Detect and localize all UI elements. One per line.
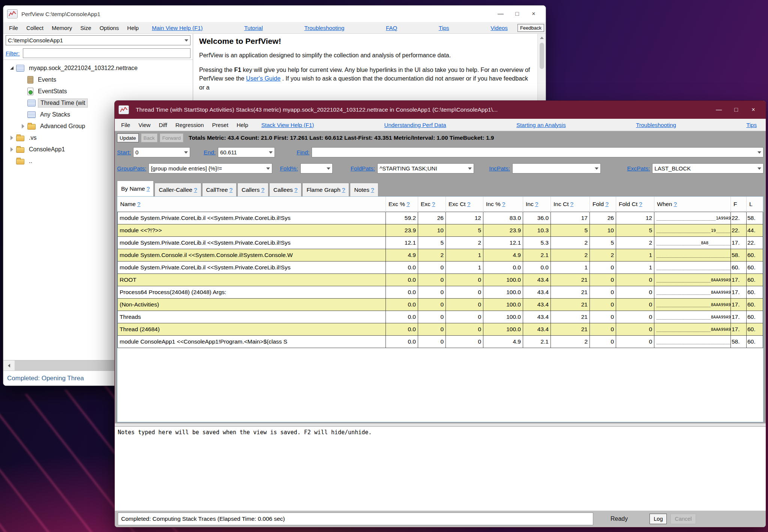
menu-item-size[interactable]: Size — [76, 25, 95, 31]
table-row[interactable]: (Non-Activities)0.000100.043.42100______… — [118, 299, 763, 311]
find-label[interactable]: Find: — [297, 149, 309, 156]
menu-item-preset[interactable]: Preset — [208, 122, 232, 128]
maximize-button[interactable]: □ — [509, 10, 525, 17]
column-header-foldct[interactable]: Fold Ct? — [616, 197, 654, 212]
find-combo[interactable] — [312, 147, 764, 157]
tab-help-link[interactable]: ? — [294, 187, 298, 193]
help-link[interactable]: Videos — [490, 25, 508, 31]
update-button[interactable]: Update — [117, 133, 139, 142]
column-help-link[interactable]: ? — [137, 201, 141, 207]
grouppats-combo[interactable]: [group module entries] {%}!= — [148, 163, 272, 173]
column-header-inc[interactable]: Inc? — [523, 197, 551, 212]
incpats-label[interactable]: IncPats: — [489, 165, 510, 172]
tree-item[interactable]: Events — [3, 74, 193, 85]
column-help-link[interactable]: ? — [432, 201, 435, 207]
table-row[interactable]: module System.Private.CoreLib.il <<Syste… — [118, 212, 763, 224]
tab-notes[interactable]: Notes? — [350, 183, 378, 196]
column-header-name[interactable]: Name? — [118, 197, 386, 212]
menu-item-options[interactable]: Options — [95, 25, 123, 31]
tree-expander-icon[interactable] — [9, 136, 15, 140]
help-link[interactable]: Tutorial — [244, 25, 262, 31]
forward-button[interactable]: Forward — [160, 133, 184, 142]
tab-by-name[interactable]: By Name? — [117, 181, 154, 196]
tab-help-link[interactable]: ? — [342, 187, 345, 193]
column-header-inc[interactable]: Inc %? — [483, 197, 523, 212]
help-link[interactable]: Tips — [439, 25, 449, 31]
help-link[interactable]: Troubleshooting — [636, 122, 676, 128]
column-header-l[interactable]: L — [747, 197, 763, 212]
end-combo[interactable]: 60.611 — [218, 147, 275, 157]
foldpats-label[interactable]: FoldPats: — [351, 165, 375, 172]
scrollbar-thumb[interactable] — [540, 43, 544, 69]
foldpats-combo[interactable]: ^STARTING TASK;UNI — [377, 163, 474, 173]
table-row[interactable]: Thread (24684)0.000100.043.42100________… — [118, 323, 763, 336]
column-header-exc[interactable]: Exc %? — [386, 197, 418, 212]
notes-area[interactable]: Notes typed here will be saved when the … — [115, 427, 766, 511]
column-header-excct[interactable]: Exc Ct? — [446, 197, 483, 212]
minimize-button[interactable]: — — [710, 106, 728, 113]
menu-item-view[interactable]: View — [134, 122, 154, 128]
tree-item[interactable]: EventStats — [3, 85, 193, 97]
scroll-left-icon[interactable] — [3, 360, 15, 371]
menu-item-regression[interactable]: Regression — [171, 122, 208, 128]
start-combo[interactable]: 0 — [133, 147, 190, 157]
tree-expander-icon[interactable] — [20, 124, 26, 129]
tab-flame-graph[interactable]: Flame Graph? — [302, 183, 349, 196]
scroll-up-icon[interactable] — [540, 37, 544, 39]
column-help-link[interactable]: ? — [535, 201, 538, 207]
tree-item[interactable]: myapp.sock_20221024_103122.nettrace — [3, 62, 193, 74]
help-link[interactable]: Troubleshooting — [304, 25, 344, 31]
users-guide-link[interactable]: User's Guide — [246, 75, 280, 82]
filter-input[interactable] — [23, 48, 191, 58]
column-header-fold[interactable]: Fold? — [590, 197, 616, 212]
menu-item-memory[interactable]: Memory — [48, 25, 76, 31]
excpats-combo[interactable]: LAST_BLOCK — [652, 163, 764, 173]
menu-item-collect[interactable]: Collect — [22, 25, 48, 31]
column-help-link[interactable]: ? — [605, 201, 609, 207]
tab-callees[interactable]: Callees? — [269, 183, 302, 196]
table-row[interactable]: module System.Private.CoreLib.il <<Syste… — [118, 237, 763, 249]
close-button[interactable]: × — [525, 10, 542, 17]
menu-item-help[interactable]: Help — [123, 25, 143, 31]
menu-item-help[interactable]: Help — [232, 122, 252, 128]
tab-help-link[interactable]: ? — [230, 187, 233, 193]
column-help-link[interactable]: ? — [639, 201, 642, 207]
tree-expander-icon[interactable] — [9, 147, 15, 152]
log-button[interactable]: Log — [650, 514, 667, 524]
back-button[interactable]: Back — [141, 133, 158, 142]
column-header-incct[interactable]: Inc Ct? — [551, 197, 590, 212]
column-header-f[interactable]: F — [731, 197, 747, 212]
menu-item-file[interactable]: File — [117, 122, 134, 128]
column-header-exc[interactable]: Exc? — [418, 197, 446, 212]
notes-splitter[interactable] — [115, 423, 766, 427]
filter-label[interactable]: Filter: — [6, 50, 20, 57]
help-link[interactable]: Main View Help (F1) — [152, 25, 203, 31]
column-help-link[interactable]: ? — [674, 201, 677, 207]
foldpct-combo[interactable] — [300, 163, 333, 173]
start-label[interactable]: Start: — [117, 149, 131, 156]
table-row[interactable]: Threads0.000100.043.42100_______________… — [118, 311, 763, 323]
table-row[interactable]: ROOT0.000100.043.42100__________________… — [118, 274, 763, 286]
help-link[interactable]: Starting an Analysis — [516, 122, 566, 128]
minimize-button[interactable]: — — [492, 10, 509, 17]
incpats-combo[interactable] — [512, 163, 601, 173]
column-help-link[interactable]: ? — [406, 201, 410, 207]
close-button[interactable]: × — [745, 106, 762, 113]
help-link[interactable]: Tips — [746, 122, 757, 128]
table-row[interactable]: module ConsoleApp1 <<ConsoleApp1!Program… — [118, 336, 763, 348]
tab-help-link[interactable]: ? — [147, 185, 150, 192]
tab-callers[interactable]: Callers? — [237, 183, 268, 196]
tab-help-link[interactable]: ? — [194, 187, 197, 193]
table-row[interactable]: module System.Console.il <<System.Consol… — [118, 249, 763, 262]
tab-calltree[interactable]: CallTree? — [202, 183, 237, 196]
tab-caller-callee[interactable]: Caller-Callee? — [154, 183, 201, 196]
column-header-when[interactable]: When? — [654, 197, 731, 212]
end-label[interactable]: End: — [204, 149, 216, 156]
help-link[interactable]: Understanding Perf Data — [384, 122, 446, 128]
column-help-link[interactable]: ? — [502, 201, 506, 207]
feedback-button[interactable]: Feedback — [518, 24, 544, 32]
tab-help-link[interactable]: ? — [261, 187, 264, 193]
column-help-link[interactable]: ? — [467, 201, 471, 207]
directory-combo[interactable]: C:\temp\ConsoleApp1 — [6, 35, 190, 45]
menu-item-file[interactable]: File — [5, 25, 22, 31]
